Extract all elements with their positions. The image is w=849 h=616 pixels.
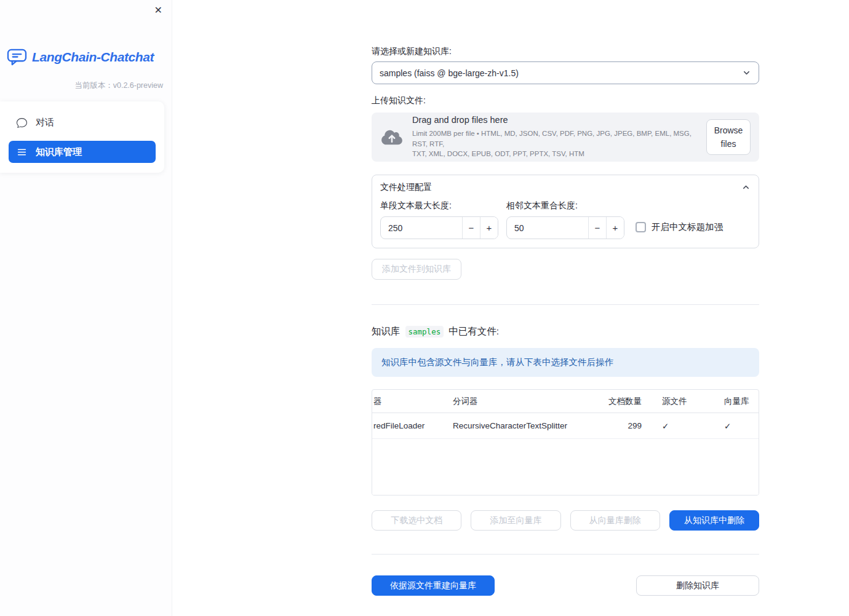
sidebar-collapse-button[interactable]: ✕ (153, 4, 164, 17)
sidebar-item-kb-management[interactable]: 知识库管理 (9, 141, 156, 163)
overlap-size-value[interactable]: 50 (507, 217, 588, 239)
logo-chat-bubble-icon (7, 48, 27, 66)
chunk-size-field: 单段文本最大长度: 250 − + (380, 200, 498, 239)
table-header-doc-count[interactable]: 文档数量 (583, 396, 653, 407)
browse-files-button[interactable]: Browse files (706, 119, 751, 156)
chat-bubble-icon (17, 117, 27, 128)
zh-title-enhance-checkbox[interactable]: 开启中文标题加强 (636, 221, 723, 233)
table-header-splitter[interactable]: 分词器 (443, 396, 583, 407)
table-empty-area (372, 439, 759, 495)
kb-files-table: 器 分词器 文档数量 源文件 向量库 redFileLoader Recursi… (372, 389, 759, 496)
app-logo-text: LangChain-Chatchat (32, 50, 154, 65)
app-logo: LangChain-Chatchat (0, 48, 172, 66)
sidebar-item-chat[interactable]: 对话 (9, 111, 156, 133)
sidebar-item-label: 知识库管理 (36, 146, 82, 158)
sidebar-menu: 对话 知识库管理 (0, 101, 164, 173)
chevron-up-icon (741, 183, 751, 192)
add-files-to-kb-button[interactable]: 添加文件到知识库 (372, 259, 461, 280)
file-uploader-dropzone[interactable]: Drag and drop files here Limit 200MB per… (372, 113, 759, 162)
version-label: 当前版本：v0.2.6-preview (0, 81, 172, 91)
cell-vector-store-check: ✓ (714, 421, 759, 431)
cell-loader: redFileLoader (372, 421, 443, 430)
overlap-size-decrement-button[interactable]: − (588, 217, 606, 239)
overlap-size-label: 相邻文本重合长度: (506, 200, 624, 211)
kb-select-label: 请选择或新建知识库: (372, 46, 759, 57)
delete-from-vector-store-button[interactable]: 从向量库删除 (570, 510, 660, 531)
sidebar-item-label: 对话 (36, 117, 54, 128)
kb-files-heading: 知识库 samples 中已有文件: (372, 325, 759, 338)
chunk-size-label: 单段文本最大长度: (380, 200, 498, 211)
divider (372, 304, 759, 305)
checkbox-label: 开启中文标题加强 (652, 221, 723, 233)
rebuild-vector-store-button[interactable]: 依据源文件重建向量库 (372, 575, 495, 596)
delete-from-kb-button[interactable]: 从知识库中删除 (669, 510, 759, 531)
divider (372, 554, 759, 555)
expander-title: 文件处理配置 (380, 182, 432, 193)
overlap-size-increment-button[interactable]: + (606, 217, 624, 239)
chunk-size-decrement-button[interactable]: − (462, 217, 480, 239)
cell-source-file-check: ✓ (653, 421, 714, 431)
cell-doc-count: 299 (583, 421, 653, 430)
kb-select[interactable]: samples (faiss @ bge-large-zh-v1.5) (372, 61, 759, 84)
expander-header[interactable]: 文件处理配置 (372, 175, 759, 199)
overlap-size-input: 50 − + (506, 216, 624, 239)
table-header-loader[interactable]: 器 (372, 396, 443, 407)
cell-splitter: RecursiveCharacterTextSplitter (443, 421, 583, 430)
file-actions-row: 下载选中文档 添加至向量库 从向量库删除 从知识库中删除 (372, 510, 759, 531)
info-alert: 知识库中包含源文件与向量库，请从下表中选择文件后操作 (372, 348, 759, 377)
table-header-row: 器 分词器 文档数量 源文件 向量库 (372, 390, 759, 413)
dropzone-title: Drag and drop files here (412, 115, 696, 125)
file-config-expander: 文件处理配置 单段文本最大长度: 250 − + 相邻文本重合长度: (372, 175, 759, 248)
main-area: 请选择或新建知识库: samples (faiss @ bge-large-zh… (172, 0, 849, 616)
download-selected-button[interactable]: 下载选中文档 (372, 510, 461, 531)
dropzone-limit: Limit 200MB per file • HTML, MD, JSON, C… (412, 128, 696, 159)
table-row[interactable]: redFileLoader RecursiveCharacterTextSpli… (372, 413, 759, 439)
kb-footer-actions: 依据源文件重建向量库 删除知识库 (372, 575, 759, 596)
kb-name-code: samples (405, 326, 444, 338)
cloud-upload-icon (381, 129, 402, 146)
chunk-size-increment-button[interactable]: + (480, 217, 498, 239)
list-icon (17, 147, 27, 157)
chunk-size-value[interactable]: 250 (381, 217, 462, 239)
delete-kb-button[interactable]: 删除知识库 (636, 575, 759, 596)
chunk-size-input: 250 − + (380, 216, 498, 239)
expander-body: 单段文本最大长度: 250 − + 相邻文本重合长度: 50 − + (372, 199, 759, 248)
chevron-down-icon (742, 68, 751, 77)
sidebar: ✕ LangChain-Chatchat 当前版本：v0.2.6-preview… (0, 0, 172, 616)
upload-label: 上传知识文件: (372, 95, 759, 106)
checkbox-box[interactable] (636, 222, 646, 232)
overlap-size-field: 相邻文本重合长度: 50 − + (506, 200, 624, 239)
table-header-source-file[interactable]: 源文件 (653, 396, 714, 407)
dropzone-text: Drag and drop files here Limit 200MB per… (412, 115, 696, 159)
add-to-vector-store-button[interactable]: 添加至向量库 (471, 510, 560, 531)
table-header-vector-store[interactable]: 向量库 (714, 396, 759, 407)
kb-select-value: samples (faiss @ bge-large-zh-v1.5) (380, 68, 519, 78)
